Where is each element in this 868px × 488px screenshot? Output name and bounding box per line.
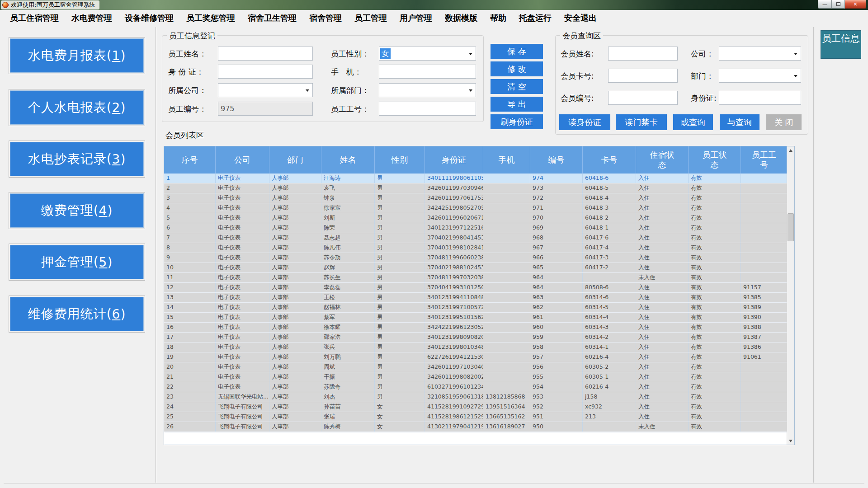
table-row[interactable]: 10电子仪表人事部赵辉男3704021988102453...96560417-… xyxy=(164,263,788,273)
column-header[interactable]: 手机 xyxy=(483,146,530,174)
column-header[interactable]: 部门 xyxy=(269,146,321,174)
table-row[interactable]: 21电子仪表人事部干振男3426011998082002...95560305-… xyxy=(164,372,788,382)
table-cell: 电子仪表 xyxy=(216,253,269,263)
column-header[interactable]: 姓名 xyxy=(321,146,375,174)
query-idcard-input[interactable] xyxy=(719,91,801,105)
table-row[interactable]: 18电子仪表人事部张兵男3401231998010348...95860314-… xyxy=(164,343,788,352)
scroll-down-icon[interactable] xyxy=(787,437,794,445)
scroll-up-icon[interactable] xyxy=(787,146,794,154)
table-row[interactable]: 7电子仪表人事部聂志超男3704021998041453...96860417-… xyxy=(164,233,788,243)
scan-id-button[interactable]: 刷身份证 xyxy=(491,114,543,129)
close-button[interactable]: 关 闭 xyxy=(766,114,802,130)
read-id-button[interactable]: 读身份证 xyxy=(559,114,610,130)
export-button[interactable]: 导 出 xyxy=(491,97,543,112)
table-row[interactable]: 8电子仪表人事部陈凡伟男3704031998102841...96760417-… xyxy=(164,243,788,253)
vertical-scrollbar[interactable] xyxy=(787,146,794,445)
employee-idcard-input[interactable] xyxy=(218,65,313,79)
clear-button[interactable]: 清 空 xyxy=(491,79,543,94)
table-row[interactable]: 20电子仪表人事部周斌男3426011997103040...95660305-… xyxy=(164,362,788,372)
table-cell: 963 xyxy=(530,293,583,302)
menu-item[interactable]: 员工奖惩管理 xyxy=(180,11,241,25)
table-row[interactable]: 14电子仪表人事部赵福林男3401231997100572...96260314… xyxy=(164,303,788,313)
table-row[interactable]: 2电子仪表人事部袁飞男3426011997030946...97360418-5… xyxy=(164,183,788,193)
minimize-button[interactable]: — xyxy=(818,0,832,9)
menu-item[interactable]: 宿舍管理 xyxy=(303,11,348,25)
table-cell: 16 xyxy=(164,323,216,332)
table-cell: 2 xyxy=(164,183,216,193)
employee-worknumber-input[interactable] xyxy=(379,102,476,116)
menu-item[interactable]: 安全退出 xyxy=(558,11,603,25)
save-button[interactable]: 保 存 xyxy=(491,44,543,59)
and-query-button[interactable]: 与查询 xyxy=(720,114,760,130)
column-header[interactable]: 序号 xyxy=(164,146,216,174)
sidebar-button-5[interactable]: 押金管理(5) xyxy=(10,245,144,279)
sidebar-button-4[interactable]: 缴费管理(4) xyxy=(10,193,144,228)
column-header[interactable]: 卡号 xyxy=(583,146,636,174)
table-row[interactable]: 22电子仪表人事部苏陇奇男6103271996101234...95460216… xyxy=(164,382,788,392)
table-row[interactable]: 12电子仪表人事部李磊磊男3704041993101250...96480508… xyxy=(164,283,788,293)
table-row[interactable]: 19电子仪表人事部刘万鹏男6227261994121530...95760216… xyxy=(164,352,788,362)
table-row[interactable]: 4电子仪表人事部徐家宸男3424251998052705...97160418-… xyxy=(164,203,788,213)
sidebar-button-3[interactable]: 水电抄表记录(3) xyxy=(10,142,144,176)
table-row[interactable]: 25飞翔电子有限公司人事部张瑞女4115281986121529...13665… xyxy=(164,412,788,422)
table-row[interactable]: 11电子仪表人事部苏长生男3704811997032038...964未入住有效 xyxy=(164,273,788,283)
employee-mobile-label: 手 机： xyxy=(331,67,362,77)
table-cell: 60216-4 xyxy=(583,352,636,362)
column-header[interactable]: 住宿状 态 xyxy=(636,146,689,174)
employee-info-button[interactable]: 员工信息 xyxy=(821,30,861,59)
column-header[interactable]: 员工状 态 xyxy=(689,146,741,174)
column-header[interactable]: 员工工 号 xyxy=(741,146,788,174)
menu-item[interactable]: 水电费管理 xyxy=(65,11,118,25)
table-row[interactable]: 26飞翔电子有限公司人事部陈秀梅女4130211979041219...1361… xyxy=(164,422,788,432)
table-cell: 91386 xyxy=(741,343,788,352)
table-row[interactable]: 1电子仪表人事部江海涛男3401111998061105...97460418-… xyxy=(164,174,788,183)
menu-item[interactable]: 宿舍卫生管理 xyxy=(241,11,303,25)
sidebar-button-2[interactable]: 个人水电报表(2) xyxy=(10,90,144,125)
read-access-card-button[interactable]: 读门禁卡 xyxy=(616,114,667,130)
column-header[interactable]: 公司 xyxy=(216,146,269,174)
table-row[interactable]: 3电子仪表人事部钟泉男3426011997061753...97260418-4… xyxy=(164,193,788,203)
member-card-input[interactable] xyxy=(608,69,678,83)
employee-company-combo[interactable] xyxy=(218,83,313,97)
employee-department-combo[interactable] xyxy=(379,83,476,97)
menu-item[interactable]: 用户管理 xyxy=(393,11,439,25)
table-row[interactable]: 5电子仪表人事部刘斯男3426011996020671...97060418-2… xyxy=(164,213,788,223)
member-name-input[interactable] xyxy=(608,47,678,61)
table-cell xyxy=(483,253,530,263)
sidebar-button-6[interactable]: 维修费用统计(6) xyxy=(10,297,144,331)
table-row[interactable]: 24飞翔电子有限公司人事部孙苗苗女4115281991092729...1395… xyxy=(164,402,788,412)
menu-item[interactable]: 托盘运行 xyxy=(513,11,558,25)
table-cell: 3704811996060238... xyxy=(425,253,483,263)
table-cell xyxy=(483,233,530,243)
menu-item[interactable]: 帮助 xyxy=(484,11,513,25)
column-header[interactable]: 编号 xyxy=(530,146,583,174)
table-row[interactable]: 16电子仪表人事部徐本耀男3424221996123052...96060314… xyxy=(164,323,788,333)
maximize-button[interactable] xyxy=(832,0,845,9)
modify-button[interactable]: 修 改 xyxy=(491,61,543,76)
column-header[interactable]: 性别 xyxy=(375,146,425,174)
close-button[interactable]: ✕ xyxy=(845,0,866,9)
sidebar-button-1[interactable]: 水电费月报表(1) xyxy=(10,38,144,73)
table-row[interactable]: 23无锡国联华光电站...人事部刘杰男3210851959061318...13… xyxy=(164,392,788,402)
employee-gender-combo[interactable]: 女 xyxy=(379,47,476,61)
menu-item[interactable]: 数据模版 xyxy=(439,11,484,25)
or-query-button[interactable]: 或查询 xyxy=(673,114,713,130)
employee-mobile-input[interactable] xyxy=(379,65,476,79)
table-cell: 有效 xyxy=(689,174,741,183)
scrollbar-thumb[interactable] xyxy=(788,213,794,241)
column-header[interactable]: 身份证 xyxy=(425,146,483,174)
menu-item[interactable]: 设备维修管理 xyxy=(118,11,180,25)
table-cell: 聂志超 xyxy=(321,233,375,243)
table-row[interactable]: 13电子仪表人事部王松男3401231994110848...96360314-… xyxy=(164,293,788,303)
table-row[interactable]: 9电子仪表人事部苏令劢男3704811996060238...96660417-… xyxy=(164,253,788,263)
menu-item[interactable]: 员工住宿管理 xyxy=(4,11,65,25)
table-row[interactable]: 6电子仪表人事部陈荣男3401231997122516...96960418-1… xyxy=(164,223,788,233)
employee-name-input[interactable] xyxy=(218,47,313,61)
table-cell: 60216-4 xyxy=(583,382,636,392)
table-row[interactable]: 17电子仪表人事部邵家浩男3401231998090820...95960314… xyxy=(164,333,788,343)
table-row[interactable]: 15电子仪表人事部蔡军男3401231995101562...96160314-… xyxy=(164,313,788,323)
query-company-combo[interactable] xyxy=(719,47,801,61)
menu-item[interactable]: 员工管理 xyxy=(348,11,393,25)
member-number-input[interactable] xyxy=(608,91,678,105)
query-department-combo[interactable] xyxy=(719,69,801,83)
